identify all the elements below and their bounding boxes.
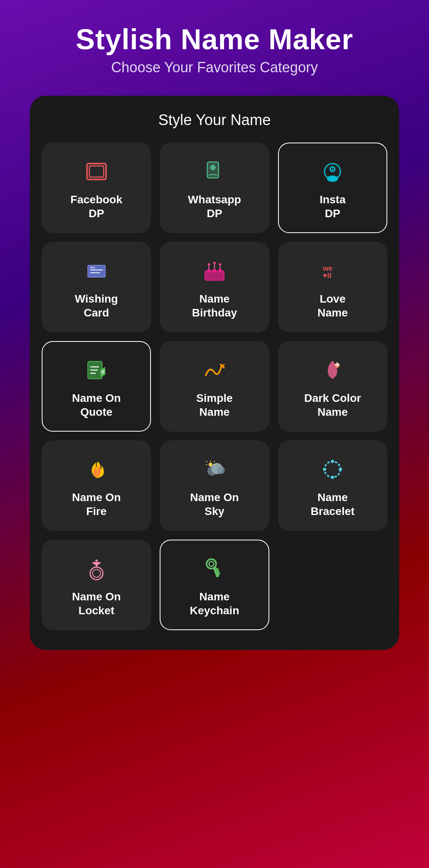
name-on-fire-label: Name On Fire: [72, 490, 121, 518]
svg-point-46: [331, 476, 334, 479]
svg-text:♥it: ♥it: [323, 272, 332, 280]
app-title: Stylish Name Maker: [76, 24, 353, 55]
app-subtitle: Choose Your Favorites Category: [76, 59, 353, 76]
svg-point-7: [327, 176, 338, 182]
name-on-sky-icon: [201, 455, 228, 483]
name-on-sky-label: Name On Sky: [190, 490, 239, 518]
dark-color-name-label: Dark Color Name: [304, 391, 361, 419]
category-item-whatsapp-dp[interactable]: Whatsapp DP: [160, 143, 269, 233]
svg-point-4: [210, 165, 216, 170]
whatsapp-dp-icon: [201, 158, 228, 185]
svg-point-49: [93, 569, 100, 577]
category-item-simple-name[interactable]: Simple Name: [160, 341, 269, 432]
insta-dp-label: Insta DP: [320, 193, 346, 220]
wishing-card-icon: [83, 257, 110, 285]
name-birthday-label: Name Birthday: [192, 292, 237, 320]
svg-rect-19: [213, 269, 216, 272]
simple-name-label: Simple Name: [196, 391, 233, 419]
svg-point-45: [339, 468, 342, 471]
svg-point-52: [209, 561, 214, 566]
category-item-name-on-quote[interactable]: Name On Quote: [42, 341, 151, 432]
svg-rect-18: [207, 269, 211, 272]
svg-point-48: [90, 567, 103, 580]
simple-name-icon: [201, 356, 228, 384]
svg-point-47: [323, 468, 326, 471]
wishing-card-label: Wishing Card: [75, 292, 118, 320]
category-grid: Facebook DP Whatsapp DP Insta DP Wishing…: [42, 143, 387, 630]
category-item-name-bracelet[interactable]: Name Bracelet: [278, 440, 387, 531]
category-item-name-on-fire[interactable]: Name On Fire: [42, 440, 151, 531]
name-bracelet-icon: [319, 455, 346, 483]
svg-point-41: [217, 466, 225, 474]
dark-color-name-icon: [319, 356, 346, 384]
card-title: Style Your Name: [42, 112, 387, 129]
svg-text:we: we: [323, 264, 332, 272]
facebook-dp-label: Facebook DP: [70, 193, 122, 220]
name-on-quote-label: Name On Quote: [72, 391, 121, 419]
category-item-dark-color-name[interactable]: Dark Color Name: [278, 341, 387, 432]
name-bracelet-label: Name Bracelet: [311, 490, 355, 518]
category-item-name-birthday[interactable]: Name Birthday: [160, 242, 269, 332]
name-keychain-label: Name Keychain: [190, 590, 240, 617]
category-item-name-keychain[interactable]: Name Keychain: [160, 540, 269, 630]
category-item-wishing-card[interactable]: Wishing Card: [42, 242, 151, 332]
category-item-name-on-sky[interactable]: Name On Sky: [160, 440, 269, 531]
name-on-locket-icon: [83, 555, 110, 583]
svg-rect-15: [90, 267, 95, 268]
svg-rect-20: [218, 269, 222, 272]
svg-point-43: [325, 461, 340, 477]
svg-point-9: [332, 168, 333, 170]
svg-point-50: [95, 559, 98, 562]
name-keychain-icon: [201, 555, 228, 583]
facebook-dp-icon: [83, 158, 110, 185]
svg-point-26: [219, 263, 221, 266]
main-card: Style Your Name Facebook DP Whatsapp DP …: [30, 96, 399, 650]
name-birthday-icon: [201, 257, 228, 285]
svg-point-44: [331, 460, 334, 463]
svg-point-42: [209, 463, 213, 467]
love-name-icon: we ♥it: [319, 257, 346, 285]
category-item-insta-dp[interactable]: Insta DP: [278, 143, 387, 233]
category-item-love-name[interactable]: we ♥it Love Name: [278, 242, 387, 332]
love-name-label: Love Name: [317, 292, 348, 320]
svg-point-25: [213, 262, 216, 264]
svg-point-24: [208, 263, 210, 266]
name-on-locket-label: Name On Locket: [72, 590, 121, 617]
name-on-quote-icon: [83, 356, 110, 384]
category-item-facebook-dp[interactable]: Facebook DP: [42, 143, 151, 233]
name-on-fire-icon: [83, 455, 110, 483]
category-item-name-on-locket[interactable]: Name On Locket: [42, 540, 151, 630]
whatsapp-dp-label: Whatsapp DP: [188, 193, 241, 220]
app-header: Stylish Name Maker Choose Your Favorites…: [76, 24, 353, 76]
insta-dp-icon: [319, 158, 346, 185]
svg-rect-1: [89, 166, 104, 177]
